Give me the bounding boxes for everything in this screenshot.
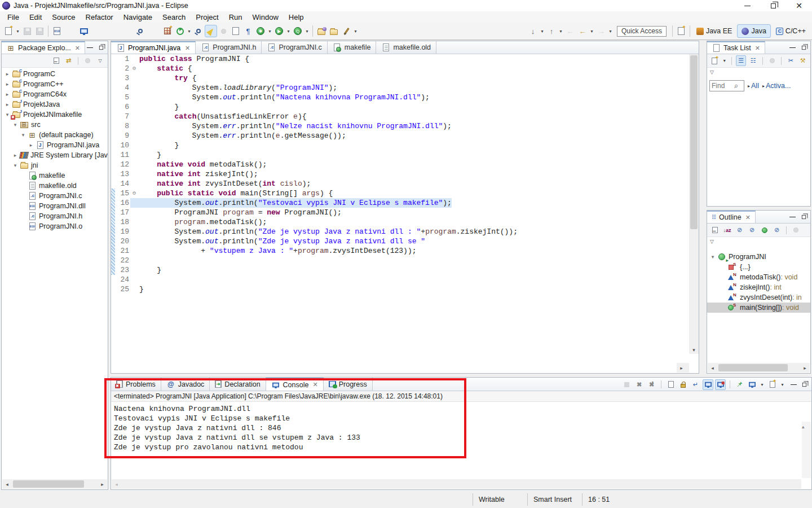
maximize-view-icon[interactable] [802,45,806,49]
new-dropdown[interactable]: ▾ [15,25,21,37]
previous-annotation-button[interactable]: ↑ [545,25,558,37]
new-wizard-button[interactable] [2,25,15,37]
forward-button[interactable]: → [595,25,607,37]
fold-marker-icon[interactable]: ⊖ [130,189,138,198]
minimize-view-icon[interactable] [87,47,93,48]
clear-console-button[interactable] [665,379,676,390]
collapsed-arrow-icon[interactable]: ▸ [3,81,12,87]
collapse-all-button[interactable]: − [709,225,720,235]
tree-item-programjni-h[interactable]: ProgramJNI.h [2,211,108,221]
outline-item-metodatisk-[interactable]: NmetodaTisk() : void [707,272,810,282]
menu-run[interactable]: Run [224,12,248,23]
next-annotation-dropdown[interactable]: ▾ [539,25,545,37]
run-external-tools-button[interactable]: Q [292,25,304,37]
outline-item--[interactable]: S{...} [707,262,810,272]
show-whitespace-button[interactable]: ¶ [242,25,254,37]
toggle-mark-occurrences-button[interactable] [205,25,217,37]
save-all-button[interactable] [33,25,46,37]
back-button[interactable]: ← [576,25,589,37]
code-line-5[interactable]: 5 System.out.println("Nactena knihovna P… [111,93,689,102]
tree-item--default-package-[interactable]: ▾⊞(default package) [2,130,108,140]
external-tools-dropdown[interactable]: ▾ [304,25,310,37]
menu-source[interactable]: Source [47,12,80,23]
tree-item-programjni-o[interactable]: ProgramJNI.o [2,221,108,231]
open-type-button[interactable] [192,25,205,37]
collapsed-arrow-icon[interactable]: ▸ [3,91,12,97]
collapsed-arrow-icon[interactable]: ▸ [3,71,12,77]
remove-all-launches-button[interactable]: ✖̽ [646,379,657,390]
code-line-8[interactable]: 8 System.err.println("Nelze nacist kniho… [111,121,689,131]
link-with-editor-button[interactable]: ⇄ [63,55,74,66]
back-dropdown[interactable]: ▾ [589,25,595,37]
open-type-hierarchy-button[interactable] [315,25,328,37]
quick-access-button[interactable]: Quick Access [617,26,667,37]
display-console-button[interactable] [747,379,757,390]
tree-item-programc64x[interactable]: ▸ProgramC64x [2,89,108,99]
tree-item-programc[interactable]: ▸ProgramC [2,69,108,79]
hide-non-public-button[interactable] [759,225,770,235]
console-vscrollbar[interactable]: ▴ [802,422,811,478]
editor-vscrollbar[interactable]: ▾ [689,54,699,354]
menu-refactor[interactable]: Refactor [81,12,118,23]
code-line-17[interactable]: 17 ProgramJNI program = new ProgramJNI()… [111,208,689,217]
refresh-dropdown[interactable]: ▾ [186,25,192,37]
code-editor[interactable]: 1public class ProgramJNI {2⊖ static {3 t… [111,54,689,364]
code-line-3[interactable]: 3 try { [111,73,689,83]
task-find-input[interactable] [712,82,734,90]
minimize-view-icon[interactable] [791,384,797,385]
menu-file[interactable]: File [2,12,24,23]
code-line-6[interactable]: 6 } [111,102,689,112]
maximize-view-icon[interactable] [802,382,806,386]
hide-static-members-button[interactable]: ⊘ [747,225,757,235]
scroll-left-icon[interactable]: ◂ [708,365,717,371]
collapsed-arrow-icon[interactable]: ▸ [3,102,12,107]
code-line-19[interactable]: 19 System.out.println("Zde je vystup Jav… [111,227,689,237]
view-menu-button[interactable]: ▽ [95,55,105,66]
editor-tab-makefile-old[interactable]: makefile.old [376,41,436,54]
hide-fields-button[interactable]: ⊘ [734,225,745,235]
run-button[interactable]: ▶ [273,25,285,37]
code-line-18[interactable]: 18 program.metodaTisk(); [111,217,689,227]
tree-item-projektjnimakefile[interactable]: ▾ProjektJNImakefile [2,110,108,120]
expanded-arrow-icon[interactable]: ▾ [11,163,20,168]
debug-dropdown[interactable]: ▾ [267,25,273,37]
window-close-button[interactable]: ✕ [786,0,812,11]
menu-window[interactable]: Window [248,12,284,23]
code-line-10[interactable]: 10 } [111,141,689,150]
code-line-15[interactable]: 15⊖ public static void main(String[] arg… [111,189,689,198]
sort-button[interactable]: ↓az [722,225,732,235]
scroll-left-icon[interactable]: ◂ [2,481,12,487]
tree-item-programjni-dll[interactable]: ProgramJNI.dll [2,201,108,211]
editor-tab-programjni-java[interactable]: ProgramJNI.java✕ [111,41,196,54]
code-line-13[interactable]: 13 native int ziskejInt(); [111,169,689,179]
filter-chevron-icon[interactable]: ▽ [710,239,714,244]
code-line-25[interactable]: 25} [111,284,689,294]
code-line-11[interactable]: 11 } [111,150,689,160]
scroll-right-icon[interactable]: ▸ [677,365,686,371]
menu-navigate[interactable]: Navigate [118,12,157,23]
show-people-button[interactable]: ⚒ [798,55,808,66]
tree-item-programc-[interactable]: ▸ProgramC++ [2,79,108,89]
minimize-view-icon[interactable] [789,47,796,48]
editor-tab-programjni-c[interactable]: ProgramJNI.c [262,41,327,54]
tree-item-programjni-c[interactable]: ProgramJNI.c [2,191,108,201]
code-line-21[interactable]: 21 + "vstupem z Java : "+program.zvysInt… [111,246,689,256]
show-source-button[interactable] [230,25,242,37]
maximize-view-icon[interactable] [802,214,806,218]
run-external-refresh-button[interactable] [174,25,186,37]
code-line-4[interactable]: 4 System.loadLibrary("ProgramJNI"); [111,83,689,93]
maximize-view-icon[interactable] [99,45,103,49]
debug-button[interactable]: ✱ [254,25,267,37]
open-console-button[interactable] [767,379,778,390]
tree-item-src[interactable]: ▾src [2,120,108,130]
expanded-arrow-icon[interactable]: ▾ [19,132,28,138]
scroll-track[interactable] [12,479,98,489]
outline-item-ziskejint-[interactable]: NziskejInt() : int [707,282,810,292]
remove-launch-button[interactable]: ✖ [634,379,645,390]
window-restore-button[interactable] [760,0,786,11]
fold-marker-icon[interactable]: ⊖ [130,64,138,73]
scroll-lock-button[interactable] [678,379,689,390]
mark-occurrences-button[interactable] [134,25,147,37]
tab-declaration[interactable]: Declaration [210,378,266,391]
code-line-24[interactable]: 24 [111,275,689,284]
